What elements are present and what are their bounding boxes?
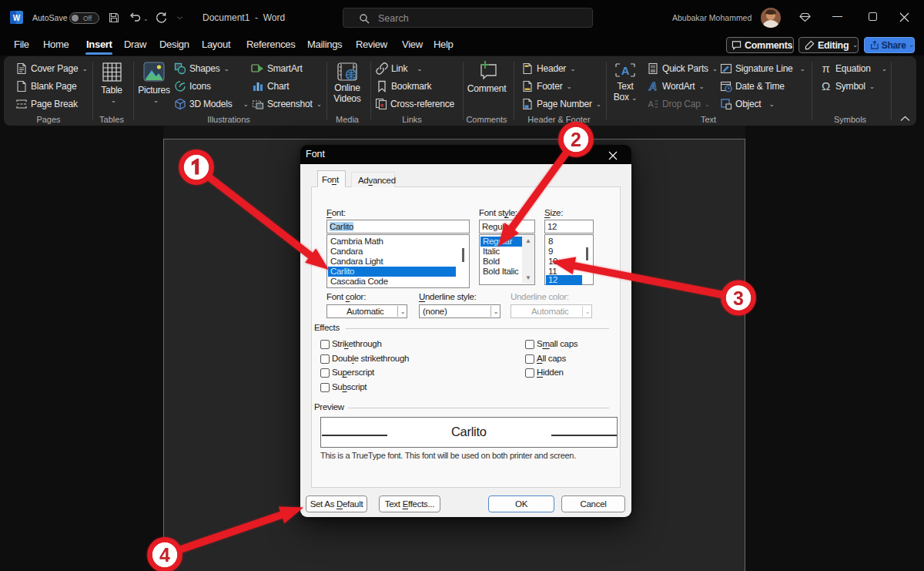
svg-text:4: 4 — [159, 544, 170, 566]
svg-text:3: 3 — [733, 287, 744, 309]
svg-text:2: 2 — [571, 129, 581, 150]
